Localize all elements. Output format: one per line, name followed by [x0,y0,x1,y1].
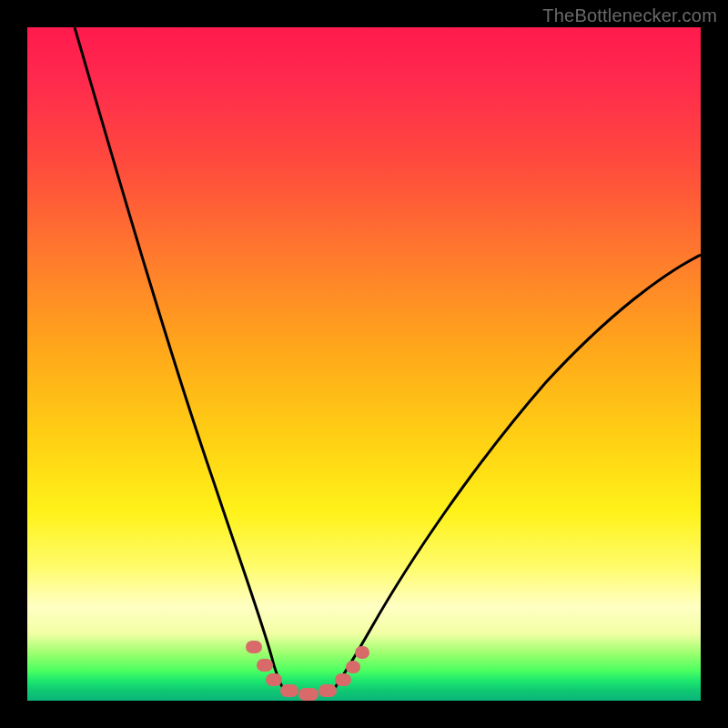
svg-rect-5 [318,684,337,697]
svg-rect-0 [246,641,262,653]
watermark-text: TheBottlenecker.com [542,5,717,26]
bottleneck-markers [246,641,369,701]
svg-rect-2 [266,673,282,686]
bottleneck-curve-svg [27,27,701,701]
chart-frame: TheBottlenecker.com [0,0,728,728]
svg-rect-1 [257,659,273,672]
svg-rect-7 [346,661,360,673]
svg-rect-3 [280,684,298,697]
svg-rect-4 [298,688,318,701]
svg-rect-8 [355,646,369,659]
svg-rect-6 [335,673,351,686]
plot-area [27,27,701,701]
curve-right-branch [332,255,701,692]
curve-left-branch [75,27,285,692]
